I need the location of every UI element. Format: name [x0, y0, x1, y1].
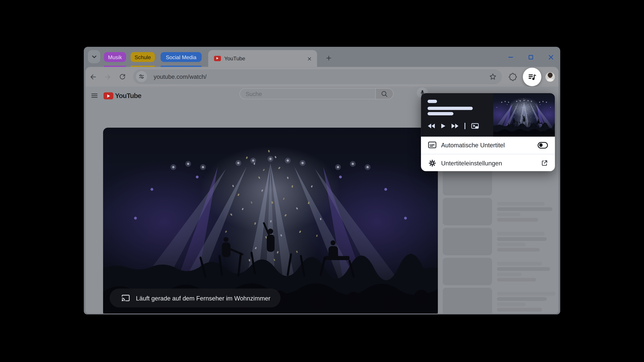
address-bar[interactable]: youtube.com/watch/	[133, 69, 502, 84]
skeleton-text-line	[497, 207, 552, 211]
next-track-icon[interactable]	[451, 123, 459, 129]
skeleton-text-line	[497, 278, 536, 282]
chevron-down-icon	[91, 54, 97, 60]
reload-icon	[119, 73, 126, 80]
skeleton-text-line	[497, 292, 555, 296]
play-icon[interactable]	[441, 123, 446, 129]
auto-captions-row[interactable]: Automatische Untertitel	[421, 137, 555, 154]
picture-in-picture-icon[interactable]	[471, 123, 479, 129]
skeleton-text-line	[497, 262, 542, 266]
close-icon	[306, 56, 312, 61]
skeleton-video-item	[443, 198, 559, 225]
media-controls-popup: Automatische Untertitel Untertiteleinste…	[421, 93, 555, 171]
tune-icon	[138, 73, 145, 80]
tab-search-button[interactable]	[88, 50, 100, 63]
profile-avatar[interactable]	[546, 72, 555, 81]
auto-captions-toggle[interactable]	[538, 142, 548, 148]
back-button[interactable]	[89, 72, 97, 81]
skeleton-text-line	[497, 237, 546, 241]
youtube-favicon-icon	[214, 56, 221, 61]
skeleton-artist-bar	[428, 112, 453, 115]
skeleton-thumbnail	[443, 258, 492, 285]
toggle-knob	[539, 143, 542, 147]
playback-controls	[428, 121, 479, 131]
forward-arrow-icon	[104, 73, 112, 81]
skeleton-thumbnail	[443, 198, 492, 225]
minimize-icon	[507, 54, 514, 61]
maximize-button[interactable]	[527, 53, 534, 61]
skeleton-video-item	[443, 228, 559, 255]
bookmark-button[interactable]	[489, 72, 497, 81]
url-text: youtube.com/watch/	[154, 69, 206, 84]
skeleton-text-line	[497, 232, 544, 236]
skeleton-video-item	[443, 168, 559, 195]
open-in-new-icon	[541, 159, 548, 166]
skeleton-text-line	[497, 243, 526, 246]
skeleton-video-item	[443, 258, 559, 285]
skeleton-text-line	[497, 213, 520, 216]
puzzle-icon	[508, 72, 517, 81]
skeleton-thumbnail	[443, 168, 492, 195]
close-icon	[547, 54, 554, 61]
caption-settings-label: Untertiteleinstellungen	[441, 159, 541, 166]
star-icon	[489, 72, 497, 81]
skeleton-thumbnail	[443, 228, 492, 255]
skeleton-source-pill	[428, 100, 437, 103]
controls-divider	[464, 123, 465, 129]
site-settings-button[interactable]	[136, 71, 147, 82]
extensions-button[interactable]	[508, 72, 517, 81]
caption-settings-row[interactable]: Untertiteleinstellungen	[421, 155, 555, 171]
tab-group-musik[interactable]: Musik	[104, 52, 126, 62]
back-arrow-icon	[89, 73, 97, 81]
skeleton-text-line	[497, 248, 540, 252]
close-window-button[interactable]	[547, 53, 554, 61]
tab-group-schule[interactable]: Schule	[131, 52, 155, 62]
previous-track-icon[interactable]	[428, 123, 435, 129]
tab-strip: Musik Schule Social Media YouTube	[84, 47, 560, 67]
forward-button[interactable]	[104, 72, 112, 81]
skeleton-text-line	[497, 202, 544, 206]
browser-window: Musik Schule Social Media YouTube	[84, 47, 560, 314]
skeleton-text-line	[497, 297, 546, 301]
skeleton-text-line	[497, 267, 550, 271]
tab-group-social-media[interactable]: Social Media	[161, 52, 202, 62]
new-tab-button[interactable]	[325, 55, 332, 62]
media-thumbnail	[493, 93, 555, 137]
skeleton-video-item	[443, 288, 559, 314]
media-session-card	[421, 93, 555, 137]
tab-youtube[interactable]: YouTube	[208, 50, 317, 67]
media-queue-music-icon	[527, 72, 536, 81]
skeleton-text-line	[497, 273, 522, 276]
minimize-button[interactable]	[507, 53, 514, 61]
skeleton-text-line	[497, 303, 526, 306]
captions-icon	[428, 141, 436, 149]
maximize-icon	[527, 54, 534, 61]
skeleton-text-line	[497, 218, 538, 222]
skeleton-title-bar	[428, 107, 472, 110]
skeleton-text-line	[497, 308, 542, 312]
plus-icon	[325, 55, 332, 62]
tab-close-button[interactable]	[306, 56, 312, 61]
reload-button[interactable]	[118, 72, 126, 81]
concert-thumbnail-image	[493, 93, 555, 137]
media-controls-button[interactable]	[522, 67, 541, 86]
auto-captions-label: Automatische Untertitel	[441, 142, 538, 149]
tab-title: YouTube	[224, 50, 245, 67]
gear-icon	[428, 159, 436, 167]
screenshot-stage: Musik Schule Social Media YouTube	[0, 0, 644, 362]
skeleton-thumbnail	[443, 288, 492, 314]
browser-toolbar: youtube.com/watch/	[85, 67, 558, 87]
window-controls	[507, 53, 554, 61]
